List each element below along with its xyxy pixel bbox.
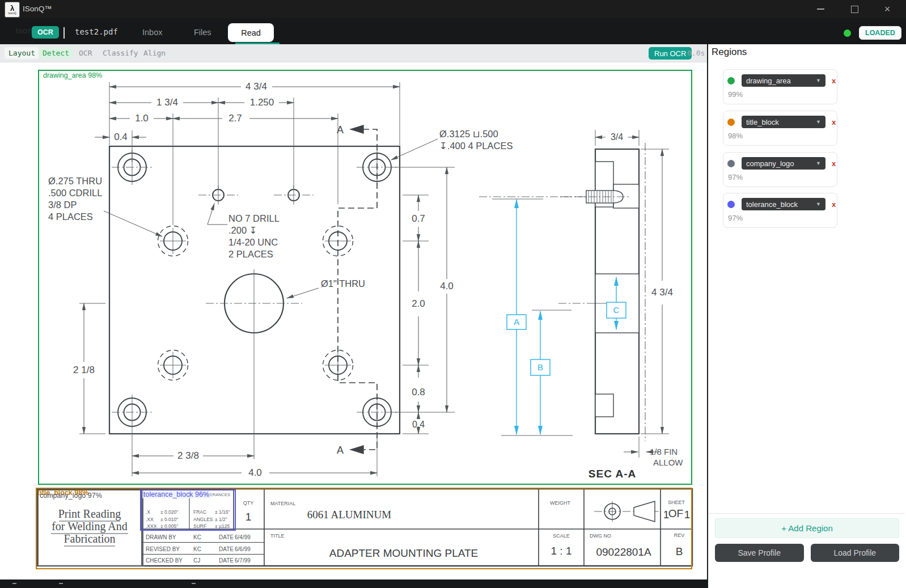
region-type-value: title_block: [746, 118, 779, 126]
region-type-dropdown[interactable]: drawing_area ▼: [742, 74, 825, 87]
bottom-statusbar: [0, 579, 707, 588]
titlebar: λ IsonQ ISonQ™ ×: [0, 0, 906, 18]
delete-region-button[interactable]: x: [832, 118, 836, 126]
status-dot-icon: [844, 29, 851, 37]
run-ocr-button[interactable]: Run OCR: [649, 47, 692, 60]
ocr-mode-badge: OCR: [32, 26, 59, 39]
region-color-dot: [727, 160, 735, 167]
statusbar-mark: [192, 583, 196, 584]
delete-region-button[interactable]: x: [832, 77, 836, 85]
region-type-value: tolerance_block: [746, 200, 798, 209]
region-confidence: 99%: [728, 90, 837, 99]
region-card-drawing-area: drawing_area ▼ x 99%: [723, 69, 837, 104]
nav-item-inbox[interactable]: Inbox: [142, 28, 162, 37]
region-label-tolerance-block: tolerance_block 96%: [142, 490, 210, 498]
region-label-drawing-area: drawing_area 98%: [43, 71, 102, 79]
delete-region-button[interactable]: x: [832, 159, 836, 168]
step-layout[interactable]: Layout: [5, 47, 39, 59]
maximize-icon: [851, 6, 858, 13]
step-ocr[interactable]: OCR: [75, 47, 96, 59]
region-label-company-logo: company_logo 97%: [40, 492, 102, 500]
save-profile-button[interactable]: Save Profile: [715, 544, 804, 562]
region-card-tolerance-block: tolerance_block ▼ x 97%: [723, 193, 837, 228]
region-card-company-logo: company_logo ▼ x 97%: [723, 152, 837, 187]
maximize-button[interactable]: [841, 0, 868, 18]
logo-lambda-glyph: λ: [10, 5, 14, 12]
region-confidence: 98%: [728, 132, 837, 140]
region-overlay-drawing-area[interactable]: [38, 70, 692, 485]
step-classify[interactable]: Classify: [99, 47, 142, 59]
region-type-dropdown[interactable]: tolerance_block ▼: [742, 198, 825, 210]
minimize-button[interactable]: [807, 0, 834, 18]
statusbar-mark: [12, 583, 16, 584]
logo-caption: IsonQ: [8, 12, 16, 15]
app-logo-icon: λ IsonQ: [5, 2, 20, 18]
region-color-dot: [727, 119, 735, 126]
app-window: λ IsonQ ISonQ™ × IsonQ OCR test2.pdf Inb…: [0, 0, 906, 588]
chevron-down-icon: ▼: [816, 160, 821, 166]
region-confidence: 97%: [728, 214, 837, 222]
panel-separator: [708, 513, 905, 514]
chevron-down-icon: ▼: [816, 119, 821, 125]
add-region-button[interactable]: + Add Region: [715, 518, 899, 538]
regions-panel-title: Regions: [712, 46, 747, 58]
nav-item-files[interactable]: Files: [194, 28, 211, 37]
statusbar-mark: [59, 583, 63, 584]
navbar: IsonQ OCR test2.pdf Inbox Files Read LOA…: [0, 18, 906, 44]
nav-divider: [63, 27, 65, 39]
region-color-dot: [727, 201, 735, 208]
chevron-down-icon: ▼: [816, 78, 821, 83]
open-file-tab[interactable]: test2.pdf: [75, 27, 118, 36]
region-type-value: drawing_area: [746, 77, 791, 85]
region-confidence: 97%: [728, 173, 837, 181]
step-align[interactable]: Align: [139, 47, 170, 59]
close-icon: ×: [884, 3, 891, 15]
regions-panel: Regions drawing_area ▼ x 99% title_block…: [707, 44, 906, 588]
region-card-title-block: title_block ▼ x 98%: [723, 111, 837, 146]
region-type-dropdown[interactable]: company_logo ▼: [742, 157, 825, 170]
region-type-value: company_logo: [746, 159, 794, 168]
chevron-down-icon: ▼: [816, 201, 821, 207]
minimize-icon: [817, 9, 824, 10]
status-badge: LOADED: [859, 26, 901, 40]
elapsed-time: 0.0s: [687, 49, 705, 57]
nav-tab-read-active[interactable]: Read: [228, 23, 274, 42]
region-type-dropdown[interactable]: title_block ▼: [742, 116, 825, 128]
region-color-dot: [727, 77, 735, 84]
pipeline-toolbar: Layout Detect OCR Classify Align Run OCR…: [0, 44, 707, 62]
region-overlay-company-logo[interactable]: [37, 489, 143, 566]
step-detect[interactable]: Detect: [39, 47, 73, 59]
document-canvas[interactable]: A A 4 3/4 1 3/4: [0, 62, 707, 579]
load-profile-button[interactable]: Load Profile: [811, 544, 900, 562]
app-title: ISonQ™: [23, 5, 52, 13]
delete-region-button[interactable]: x: [832, 200, 836, 209]
close-button[interactable]: ×: [874, 0, 901, 18]
